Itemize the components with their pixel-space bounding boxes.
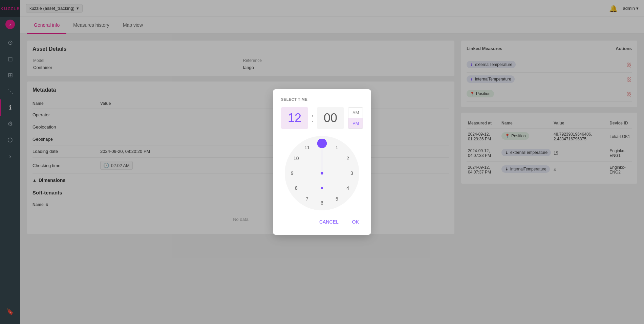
clock-number-8[interactable]: 8 [292, 183, 301, 193]
clock-number-11[interactable]: 11 [302, 143, 312, 152]
time-picker-actions: CANCEL OK [281, 217, 363, 227]
clock-number-9[interactable]: 9 [287, 168, 297, 178]
time-colon: : [308, 111, 317, 125]
clock-hand-end-dot [317, 139, 327, 148]
hours-display[interactable]: 12 [281, 107, 308, 129]
clock-number-10[interactable]: 10 [292, 154, 301, 163]
clock-number-7[interactable]: 7 [302, 194, 312, 204]
clock-hand-mid-dot [321, 187, 323, 189]
time-picker-time-row: 12 : 00 AM PM [281, 107, 363, 129]
clock-number-2[interactable]: 2 [343, 154, 352, 163]
am-button[interactable]: AM [348, 108, 363, 118]
clock-number-4[interactable]: 4 [343, 183, 352, 193]
clock-number-1[interactable]: 1 [332, 143, 342, 152]
time-picker-modal: SELECT TIME 12 : 00 AM PM 12345678910111… [273, 89, 371, 235]
clock-face: 123456789101112 [285, 136, 359, 210]
clock-number-6[interactable]: 6 [317, 198, 327, 208]
ok-button[interactable]: OK [348, 217, 363, 227]
cancel-button[interactable]: CANCEL [315, 217, 343, 227]
minutes-display[interactable]: 00 [317, 107, 344, 129]
clock-number-3[interactable]: 3 [347, 168, 357, 178]
time-picker-title: SELECT TIME [281, 97, 363, 101]
clock-number-5[interactable]: 5 [332, 194, 342, 204]
clock-hand [322, 148, 322, 173]
pm-button[interactable]: PM [348, 118, 363, 129]
ampm-selector: AM PM [348, 107, 363, 129]
modal-overlay: SELECT TIME 12 : 00 AM PM 12345678910111… [0, 0, 644, 324]
